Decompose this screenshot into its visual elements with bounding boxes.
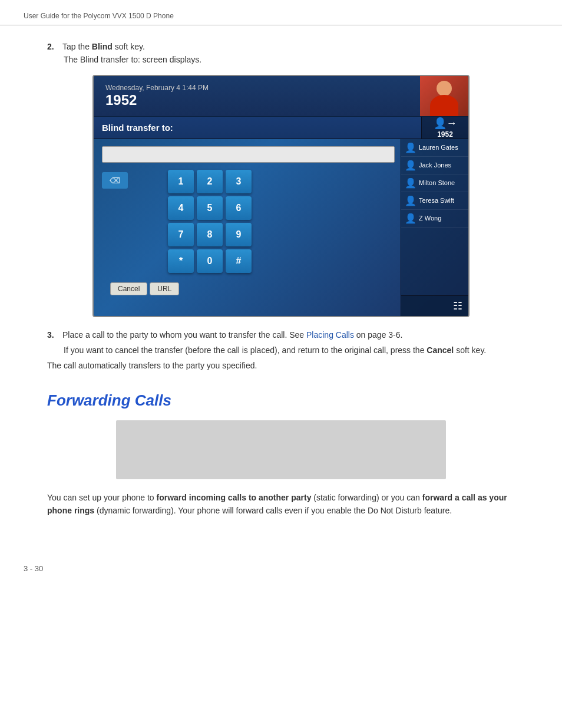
dialpad-6[interactable]: 6 — [226, 196, 252, 220]
step-2-description: The Blind transfer to: screen displays. — [64, 55, 515, 64]
page-footer: 3 - 30 — [0, 552, 562, 585]
dialpad-grid: 1 2 3 4 5 6 7 8 9 * 0 # — [168, 170, 252, 273]
phone-extension: 1952 — [105, 92, 420, 108]
step-3-number: 3. — [47, 330, 58, 340]
step-2-text: Tap the Blind soft key. — [62, 42, 145, 51]
contact-z-wong[interactable]: 👤 Z Wong — [401, 210, 468, 228]
blind-bold: Blind — [92, 42, 113, 51]
page-header: User Guide for the Polycom VVX 1500 D Ph… — [0, 0, 562, 25]
contacts-spacer — [401, 228, 468, 295]
cancel-bold: Cancel — [427, 345, 454, 355]
contact-name-3: Milton Stone — [419, 179, 455, 187]
contact-milton-stone[interactable]: 👤 Milton Stone — [401, 174, 468, 192]
dialpad-1[interactable]: 1 — [168, 170, 194, 193]
backspace-button[interactable]: ⌫ — [102, 172, 128, 189]
dialpad-4[interactable]: 4 — [168, 196, 194, 220]
contact-icon-3: 👤 — [405, 177, 416, 189]
contact-icon-5: 👤 — [405, 213, 416, 224]
dialpad-2[interactable]: 2 — [197, 170, 223, 193]
phone-bottom-right: ☷ — [401, 295, 468, 316]
step-3-note: If you want to cancel the transfer (befo… — [64, 345, 515, 355]
contact-icon-4: 👤 — [405, 195, 416, 206]
phone-datetime: Wednesday, February 4 1:44 PM — [105, 84, 420, 92]
phone-softkeys: Cancel URL — [102, 278, 395, 300]
contact-name-1: Lauren Gates — [419, 144, 458, 151]
header-text: User Guide for the Polycom VVX 1500 D Ph… — [24, 12, 174, 20]
step-3-text: Place a call to the party to whom you wa… — [62, 330, 402, 340]
phone-top-bar: Wednesday, February 4 1:44 PM 1952 — [94, 76, 468, 117]
call-icon: 👤→ — [434, 117, 457, 130]
menu-icon: ☷ — [453, 299, 462, 312]
dialpad-hash[interactable]: # — [226, 249, 252, 273]
step-2-block: 2. Tap the Blind soft key. The Blind tra… — [47, 42, 515, 64]
forwarding-calls-description: You can set up your phone to forward inc… — [47, 491, 515, 518]
placing-calls-link[interactable]: Placing Calls — [306, 330, 354, 340]
dialpad-0[interactable]: 0 — [197, 249, 223, 273]
phone-status-right: 👤→ 1952 — [421, 117, 468, 139]
contact-name-5: Z Wong — [419, 215, 441, 222]
status-ext-num: 1952 — [437, 130, 453, 139]
phone-status-row: Blind transfer to: 👤→ 1952 — [94, 117, 468, 139]
main-content: 2. Tap the Blind soft key. The Blind tra… — [0, 25, 562, 534]
phone-input-row — [102, 146, 395, 163]
contact-icon-1: 👤 — [405, 142, 416, 153]
dialpad-star[interactable]: * — [168, 249, 194, 273]
phone-body: ⌫ 1 2 3 4 5 6 7 8 9 * 0 — [94, 139, 468, 316]
contact-name-2: Jack Jones — [419, 162, 451, 169]
forwarding-calls-title: Forwarding Calls — [47, 391, 515, 410]
transfer-input-field[interactable] — [102, 146, 395, 163]
step-3-row: 3. Place a call to the party to whom you… — [47, 330, 515, 340]
avatar-head — [437, 81, 452, 96]
bold-forward-incoming: forward incoming calls to another party — [157, 493, 312, 502]
step-3-block: 3. Place a call to the party to whom you… — [47, 330, 515, 370]
contact-teresa-swift[interactable]: 👤 Teresa Swift — [401, 192, 468, 210]
cancel-softkey[interactable]: Cancel — [110, 282, 147, 295]
contact-jack-jones[interactable]: 👤 Jack Jones — [401, 157, 468, 174]
dialpad-area: ⌫ 1 2 3 4 5 6 7 8 9 * 0 — [102, 170, 395, 273]
contact-icon-2: 👤 — [405, 160, 416, 171]
dialpad-9[interactable]: 9 — [226, 223, 252, 246]
phone-left-panel: ⌫ 1 2 3 4 5 6 7 8 9 * 0 — [94, 139, 401, 316]
phone-screen: Wednesday, February 4 1:44 PM 1952 Blind… — [92, 75, 470, 317]
dialpad-8[interactable]: 8 — [197, 223, 223, 246]
step-2-number: 2. — [47, 42, 58, 51]
step-3-auto: The call automatically transfers to the … — [47, 361, 515, 370]
step-2-row: 2. Tap the Blind soft key. — [47, 42, 515, 51]
avatar-body — [430, 95, 458, 116]
phone-avatar — [420, 76, 468, 116]
dialpad-3[interactable]: 3 — [226, 170, 252, 193]
blind-transfer-label: Blind transfer to: — [94, 117, 421, 139]
contact-name-4: Teresa Swift — [419, 197, 454, 205]
dialpad-7[interactable]: 7 — [168, 223, 194, 246]
dialpad-5[interactable]: 5 — [197, 196, 223, 220]
phone-contacts-panel: 👤 Lauren Gates 👤 Jack Jones 👤 Milton Sto… — [401, 139, 468, 316]
backspace-area: ⌫ — [102, 172, 128, 189]
phone-datetime-area: Wednesday, February 4 1:44 PM 1952 — [94, 76, 420, 116]
url-softkey[interactable]: URL — [150, 282, 179, 295]
page-number: 3 - 30 — [24, 564, 43, 573]
forwarding-calls-image — [116, 420, 446, 479]
forwarding-calls-section: Forwarding Calls — [47, 391, 515, 410]
avatar-figure — [427, 80, 462, 116]
contact-lauren-gates[interactable]: 👤 Lauren Gates — [401, 139, 468, 157]
